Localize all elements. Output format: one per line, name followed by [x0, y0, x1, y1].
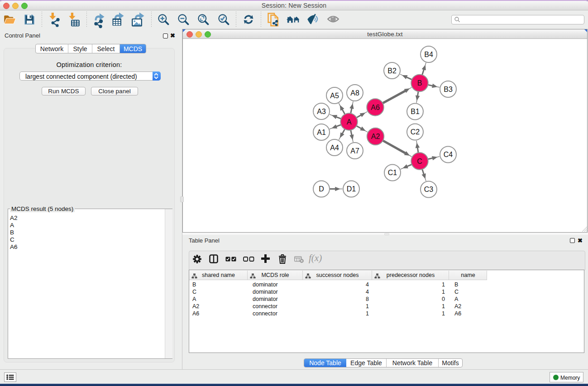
- svg-text:C: C: [417, 157, 422, 165]
- svg-text:A6: A6: [371, 104, 380, 111]
- svg-text:B4: B4: [424, 51, 433, 58]
- svg-text:A5: A5: [330, 92, 339, 100]
- svg-text:A3: A3: [317, 108, 326, 115]
- svg-text:B1: B1: [411, 108, 420, 115]
- svg-text:D1: D1: [347, 185, 356, 193]
- svg-text:C4: C4: [444, 151, 453, 158]
- svg-text:A2: A2: [371, 133, 380, 140]
- svg-text:A: A: [347, 118, 352, 126]
- svg-text:C2: C2: [411, 128, 420, 136]
- svg-text:B: B: [417, 79, 422, 87]
- svg-text:A7: A7: [350, 147, 359, 155]
- svg-text:B3: B3: [444, 86, 453, 93]
- svg-text:A8: A8: [350, 89, 359, 97]
- svg-text:C3: C3: [424, 186, 434, 193]
- svg-text:B2: B2: [387, 67, 397, 75]
- svg-text:A4: A4: [330, 144, 339, 152]
- svg-text:C1: C1: [388, 169, 397, 176]
- svg-text:A1: A1: [317, 129, 326, 136]
- svg-text:D: D: [319, 185, 324, 193]
